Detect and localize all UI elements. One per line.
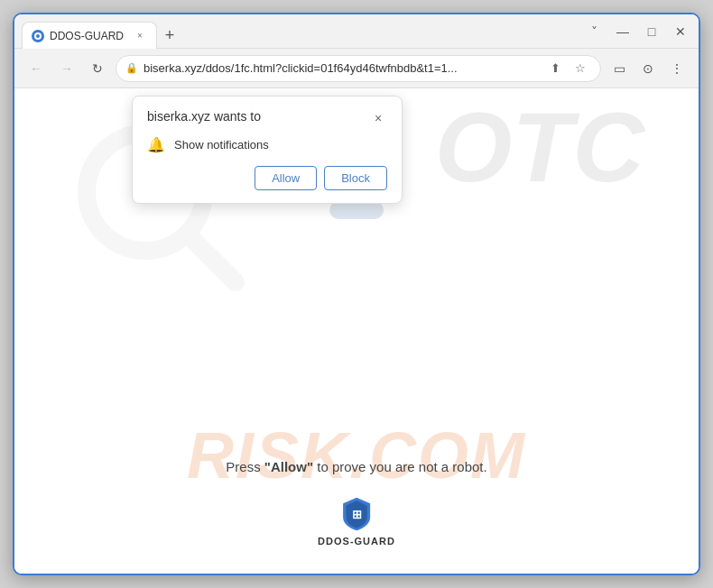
close-button[interactable]: ✕ bbox=[670, 21, 691, 42]
svg-line-3 bbox=[190, 236, 236, 282]
nav-bar: ← → ↻ 🔒 biserka.xyz/ddos/1fc.html?clicki… bbox=[14, 49, 699, 88]
ddos-guard-logo: ⊞ bbox=[338, 496, 375, 532]
active-tab[interactable]: DDOS-GUARD × bbox=[22, 22, 157, 49]
minimize-button[interactable]: — bbox=[612, 21, 634, 42]
chevron-down-button[interactable]: ˅ bbox=[583, 21, 605, 42]
tab-area: DDOS-GUARD × + bbox=[22, 14, 576, 48]
address-bar[interactable]: 🔒 biserka.xyz/ddos/1fc.html?clickid=01f6… bbox=[116, 55, 601, 82]
title-bar: DDOS-GUARD × + ˅ — □ ✕ bbox=[14, 14, 699, 49]
popup-title: biserka.xyz wants to bbox=[147, 109, 261, 124]
risk-watermark: RISK.COM bbox=[187, 418, 526, 492]
otc-watermark: OTC bbox=[435, 97, 644, 197]
message-prefix: Press bbox=[226, 459, 264, 474]
profile-button[interactable]: ⊙ bbox=[635, 56, 661, 81]
brand-footer: ⊞ DDOS-GUARD bbox=[318, 496, 395, 547]
tab-close-button[interactable]: × bbox=[133, 29, 147, 43]
new-tab-button[interactable]: + bbox=[157, 23, 182, 48]
bookmark-button[interactable]: ☆ bbox=[569, 58, 591, 79]
window-controls: ˅ — □ ✕ bbox=[583, 21, 691, 42]
refresh-button[interactable]: ↻ bbox=[85, 56, 110, 81]
page-message: Press "Allow" to prove you are not a rob… bbox=[226, 459, 486, 474]
tab-favicon bbox=[32, 30, 44, 42]
address-actions: ⬆ ☆ bbox=[544, 58, 591, 79]
block-button[interactable]: Block bbox=[324, 166, 387, 190]
back-button[interactable]: ← bbox=[23, 56, 49, 81]
menu-button[interactable]: ⋮ bbox=[664, 56, 690, 81]
svg-text:⊞: ⊞ bbox=[352, 508, 362, 521]
bell-icon: 🔔 bbox=[147, 136, 165, 153]
page-content: OTC RISK.COM bbox=[14, 88, 699, 574]
right-nav: ▭ ⊙ ⋮ bbox=[607, 56, 690, 81]
allow-button[interactable]: Allow bbox=[255, 166, 317, 190]
svg-point-1 bbox=[36, 34, 40, 38]
forward-button[interactable]: → bbox=[54, 56, 79, 81]
maximize-button[interactable]: □ bbox=[641, 21, 662, 42]
message-bold: "Allow" bbox=[264, 459, 313, 474]
sidebar-button[interactable]: ▭ bbox=[607, 56, 632, 81]
svg-rect-14 bbox=[329, 201, 384, 219]
message-suffix: to prove you are not a robot. bbox=[313, 459, 487, 474]
notification-popup: biserka.xyz wants to × 🔔 Show notificati… bbox=[132, 96, 403, 204]
popup-close-button[interactable]: × bbox=[369, 109, 387, 127]
address-text: biserka.xyz/ddos/1fc.html?clickid=01f64y… bbox=[144, 61, 539, 75]
popup-buttons: Allow Block bbox=[147, 166, 387, 190]
popup-header: biserka.xyz wants to × bbox=[147, 109, 387, 127]
browser-window: DDOS-GUARD × + ˅ — □ ✕ ← → ↻ 🔒 biserka.x… bbox=[13, 13, 700, 575]
popup-notification-text: Show notifications bbox=[174, 138, 269, 152]
brand-name-text: DDOS-GUARD bbox=[318, 536, 395, 547]
popup-notification-row: 🔔 Show notifications bbox=[147, 136, 387, 153]
share-button[interactable]: ⬆ bbox=[544, 58, 566, 79]
lock-icon: 🔒 bbox=[125, 62, 138, 74]
tab-title: DDOS-GUARD bbox=[50, 30, 124, 42]
